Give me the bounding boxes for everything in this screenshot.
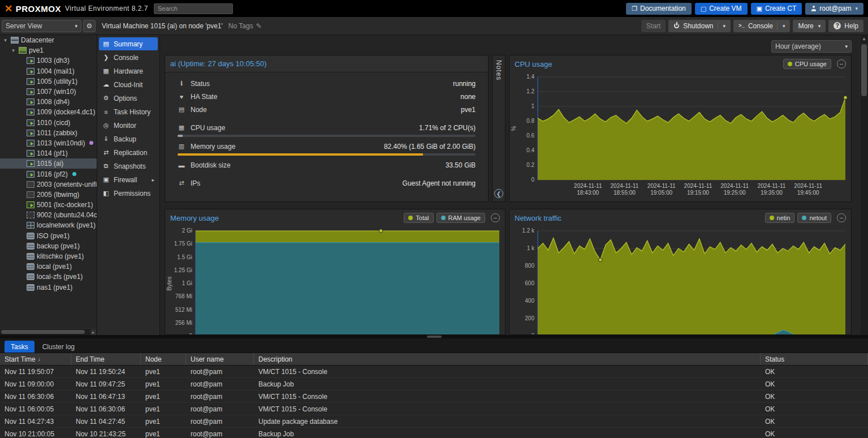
list-icon: ≡	[102, 109, 110, 115]
tree-item[interactable]: ISO (pve1)	[0, 231, 97, 241]
menu-item-options[interactable]: ⚙Options	[99, 92, 158, 105]
tree-item[interactable]: 1008 (dh4)	[0, 97, 97, 107]
version-text: Virtual Environment 8.2.7	[65, 5, 148, 12]
shutdown-button[interactable]: Shutdown ▾	[668, 20, 731, 32]
content-vertical-scrollbar[interactable]: ▲	[860, 35, 868, 335]
tree-item[interactable]: localnetwork (pve1)	[0, 220, 97, 230]
edit-pencil-icon[interactable]: ✎	[256, 22, 262, 30]
tree-item[interactable]: 1011 (zabbix)	[0, 128, 97, 138]
expand-caret-icon[interactable]: ▾	[10, 48, 16, 53]
column-header-status[interactable]: Status	[761, 353, 868, 365]
vm-stopped-icon	[27, 191, 34, 198]
menu-item-backup[interactable]: ⇓Backup	[99, 132, 158, 145]
tab-cluster-log[interactable]: Cluster log	[36, 341, 81, 353]
tree-item[interactable]: klitschko (pve1)	[0, 251, 97, 261]
task-row[interactable]: Nov 11 06:30:06Nov 11 06:47:13pve1root@p…	[0, 390, 868, 403]
tree-item[interactable]: 5001 (lxc-docker1)	[0, 200, 97, 210]
view-mode-select[interactable]: Server View ▾	[2, 20, 81, 32]
documentation-button[interactable]: ❐ Documentation	[626, 3, 692, 15]
column-header-start-time[interactable]: Start Time↓	[0, 353, 71, 365]
tree-item[interactable]: local (pve1)	[0, 261, 97, 272]
collapse-icon[interactable]: −	[837, 59, 846, 68]
status-row-cpu-usage: ▦CPU usage1.71% of 2 CPU(s)	[165, 121, 488, 134]
tab-tasks[interactable]: Tasks	[5, 341, 34, 353]
menu-item-permissions[interactable]: ◧Permissions	[99, 187, 158, 200]
collapse-icon[interactable]: −	[491, 213, 500, 222]
tree-item-label: 5001 (lxc-docker1)	[37, 201, 93, 209]
legend-total[interactable]: Total	[404, 213, 433, 223]
tree-item[interactable]: 1004 (mail1)	[0, 66, 97, 76]
svg-text:Bytes: Bytes	[166, 276, 172, 290]
scroll-up-arrow-icon[interactable]: ▲	[860, 36, 868, 41]
tree-item[interactable]: nas1 (pve1)	[0, 282, 97, 293]
menu-item-cloud-init[interactable]: ☁Cloud-Init	[99, 78, 158, 91]
tree-item[interactable]: 1005 (utility1)	[0, 76, 97, 87]
column-header-node[interactable]: Node	[141, 353, 186, 365]
tree-item[interactable]: local-zfs (pve1)	[0, 272, 97, 282]
console-button[interactable]: >_ Console ▾	[733, 20, 790, 32]
tree-item[interactable]: ▾pve1	[0, 45, 97, 55]
menu-item-firewall[interactable]: ▣Firewall▸	[99, 173, 158, 186]
legend-cpu-usage[interactable]: CPU usage	[783, 59, 831, 69]
scroll-right-arrow-icon[interactable]: ▸	[90, 329, 96, 335]
menu-item-summary[interactable]: ▤Summary	[99, 37, 158, 50]
menu-item-snapshots[interactable]: ⧉Snapshots	[99, 160, 158, 173]
tree-item[interactable]: 1016 (pf2)	[0, 169, 97, 179]
tasks-tabs: TasksCluster log	[0, 338, 868, 353]
menu-item-console[interactable]: ❯Console	[99, 51, 158, 64]
column-header-description[interactable]: Description	[254, 353, 761, 365]
column-header-end-time[interactable]: End Time	[71, 353, 141, 365]
tree-item[interactable]: 2005 (lbwimg)	[0, 190, 97, 200]
more-button[interactable]: More ▾	[793, 20, 826, 32]
tree-horizontal-scrollbar[interactable]: ▸	[0, 328, 97, 335]
create-vm-button[interactable]: ▢ Create VM	[695, 3, 748, 15]
column-header-user-name[interactable]: User name	[186, 353, 254, 365]
tags-area[interactable]: No Tags ✎	[228, 22, 262, 30]
help-button[interactable]: ? Help	[828, 20, 863, 32]
tree-item[interactable]: ▾Datacenter	[0, 35, 97, 45]
tree-settings-button[interactable]: ⚙	[83, 20, 96, 32]
tree-item[interactable]: 1013 (win10ndi)	[0, 138, 97, 148]
tree-item[interactable]: 1014 (pf1)	[0, 148, 97, 158]
panel-splitter[interactable]	[0, 335, 868, 338]
legend-ram-usage[interactable]: RAM usage	[437, 213, 485, 223]
tree-item-label: 1014 (pf1)	[37, 149, 68, 157]
task-row[interactable]: Nov 11 19:50:07Nov 11 19:50:24pve1root@p…	[0, 366, 868, 378]
tree-item[interactable]: backup (pve1)	[0, 241, 97, 251]
legend-netin[interactable]: netin	[765, 213, 795, 223]
period-select[interactable]: Hour (average) ▾	[771, 40, 852, 53]
task-row[interactable]: Nov 11 04:27:43Nov 11 04:27:45pve1root@p…	[0, 415, 868, 428]
collapse-icon[interactable]: −	[837, 213, 846, 222]
task-row[interactable]: Nov 11 09:00:00Nov 11 09:47:25pve1root@p…	[0, 378, 868, 390]
notes-expand-icon[interactable]: ❮	[494, 189, 503, 198]
tree-item[interactable]: 2003 (onetentv-unified	[0, 179, 97, 190]
tree-item[interactable]: 1009 (docker4.dc1)	[0, 107, 97, 117]
tree-item[interactable]: 1015 (ai)	[0, 158, 97, 169]
tree-item[interactable]: 1007 (win10)	[0, 87, 97, 97]
vm-stopped-icon	[27, 181, 34, 188]
global-search-input[interactable]	[154, 3, 233, 14]
menu-item-monitor[interactable]: ◎Monitor	[99, 119, 158, 132]
top-header-bar: ✕ PROXMOX Virtual Environment 8.2.7 ❐ Do…	[0, 0, 868, 17]
tree-item[interactable]: 9002 (ubuntu24.04ci-t	[0, 210, 97, 220]
notes-strip[interactable]: Notes ❮	[492, 55, 506, 202]
scrollbar-thumb[interactable]	[861, 44, 867, 96]
legend-netout[interactable]: netout	[797, 213, 831, 223]
start-button[interactable]: Start	[641, 20, 666, 32]
task-row[interactable]: Nov 10 21:00:05Nov 10 21:43:25pve1root@p…	[0, 428, 868, 438]
chevron-down-icon[interactable]: ▾	[723, 23, 726, 29]
svg-text:%: %	[511, 126, 517, 131]
scrollbar-thumb[interactable]	[1, 330, 85, 334]
expand-caret-icon[interactable]: ▾	[2, 37, 8, 43]
tree-item[interactable]: 1010 (cicd)	[0, 118, 97, 128]
task-row[interactable]: Nov 11 06:00:05Nov 11 06:30:06pve1root@p…	[0, 403, 868, 415]
user-menu-button[interactable]: root@pam ▾	[805, 3, 863, 15]
tree-item[interactable]: 1003 (dh3)	[0, 55, 97, 66]
task-cell: Nov 11 06:30:06	[71, 403, 141, 415]
menu-item-hardware[interactable]: ▦Hardware	[99, 65, 158, 78]
create-ct-button[interactable]: ▣ Create CT	[751, 3, 802, 15]
svg-text:0.6: 0.6	[526, 132, 534, 139]
chevron-down-icon[interactable]: ▾	[783, 23, 785, 29]
menu-item-task-history[interactable]: ≡Task History	[99, 105, 158, 118]
menu-item-replication[interactable]: ⇄Replication	[99, 146, 158, 159]
